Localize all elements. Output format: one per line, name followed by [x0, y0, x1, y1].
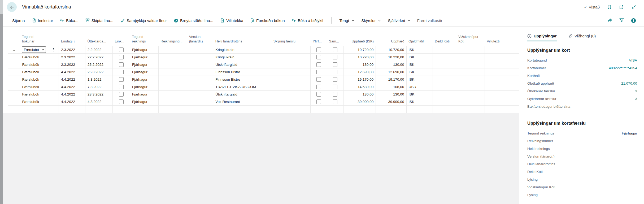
col-skyring-faerslu[interactable]: Skýring færslu	[271, 27, 311, 46]
checkbox-eink[interactable]	[119, 99, 124, 104]
row-marker-cell[interactable]: →	[8, 46, 20, 53]
grid-cell-reikn_tegund[interactable]: Fjárhagur	[130, 46, 159, 53]
grid-cell-vidskm[interactable]	[456, 53, 485, 61]
grid-cell[interactable]	[485, 105, 519, 113]
grid-cell[interactable]	[343, 105, 376, 113]
grid-cell[interactable]	[48, 76, 59, 83]
row-marker-cell[interactable]	[8, 105, 20, 113]
grid-cell-upphaed[interactable]: 108,00	[376, 83, 406, 90]
checkbox-eink[interactable]	[119, 92, 124, 97]
grid-cell-villutexti[interactable]	[485, 90, 519, 98]
grid-cell[interactable]	[20, 105, 48, 113]
grid-cell-villutexti[interactable]	[485, 46, 519, 53]
grid-cell-villutexti[interactable]	[485, 98, 519, 105]
share-icon[interactable]	[607, 18, 612, 23]
grid-cell-eindagi[interactable]: 2.3.2022	[59, 61, 85, 68]
checkbox-sam[interactable]	[333, 92, 337, 97]
checkbox-eink[interactable]	[119, 55, 124, 59]
col-uttektardagur[interactable]: Úttektarda...	[85, 27, 112, 46]
grid-cell-gjald[interactable]: USD	[406, 83, 433, 90]
checkbox-eink[interactable]	[119, 47, 124, 52]
toolbar-item-stjorna[interactable]: Stjórna	[12, 18, 25, 23]
grid-cell[interactable]	[327, 105, 343, 113]
grid-cell-reikn_tegund[interactable]: Fjárhagur	[130, 53, 159, 61]
row-marker-cell[interactable]	[8, 68, 20, 76]
toolbar-item-boka-a-bidlykil[interactable]: Bóka á biðlykil	[292, 18, 323, 23]
grid-cell-tegund[interactable]: Færslubók	[20, 83, 48, 90]
grid-cell-upphaed[interactable]: 39.900,00	[376, 98, 406, 105]
grid-cell-heiti[interactable]: Vox Restaurant	[213, 98, 271, 105]
grid-cell-tegund[interactable]: Færslubók	[20, 98, 48, 105]
info-icon[interactable]	[631, 18, 636, 23]
grid-cell-gjald[interactable]: ISK	[406, 90, 433, 98]
grid-cell-uttekt[interactable]: 2.2.2022	[85, 46, 112, 53]
checkbox-yfirf[interactable]	[316, 47, 321, 52]
checkbox-yfirf[interactable]	[316, 99, 321, 104]
toolbar-item-skipta-linu[interactable]: Skipta línu...	[85, 18, 114, 23]
grid-cell-reikn_tegund[interactable]: Fjárhagur	[130, 76, 159, 83]
col-eindagi[interactable]: Eindagi ↑	[59, 27, 85, 46]
field-value[interactable]: VISA	[629, 58, 637, 62]
grid-cell-deild[interactable]	[433, 83, 456, 90]
grid-cell-reikn_tegund[interactable]: Fjárhagur	[130, 98, 159, 105]
grid-cell-uttekt[interactable]: 4.3.2022	[85, 98, 112, 105]
grid-cell-isk[interactable]: 130,00	[343, 90, 376, 98]
grid-cell-deild[interactable]	[433, 76, 456, 83]
grid-cell[interactable]	[48, 61, 59, 68]
grid-cell-vidskm[interactable]	[456, 61, 485, 68]
grid-cell-isk[interactable]: 130,00	[343, 61, 376, 68]
grid-cell-skyring[interactable]	[271, 61, 311, 68]
grid-cell[interactable]	[85, 105, 112, 113]
col-yfirf[interactable]: Yfirf...	[311, 27, 327, 46]
toolbar-item-skyrslur[interactable]: Skýrslur	[361, 18, 381, 23]
checkbox-sam[interactable]	[333, 70, 337, 74]
grid-cell-upphaed[interactable]: 130,00	[376, 61, 406, 68]
col-verslun[interactable]: Verslun (lánardr.)	[187, 27, 213, 46]
checkbox-yfirf[interactable]	[316, 85, 321, 89]
grid-cell-uttekt[interactable]: 25.3.2022	[85, 68, 112, 76]
grid-cell-upphaed[interactable]: 12.690,00	[376, 68, 406, 76]
grid-cell[interactable]	[130, 105, 159, 113]
grid-cell-deild[interactable]	[433, 46, 456, 53]
grid-cell-isk[interactable]: 39.900,00	[343, 98, 376, 105]
grid-cell-verslun[interactable]	[187, 98, 213, 105]
grid-cell-eindagi[interactable]: 4.4.2022	[59, 83, 85, 90]
grid-cell-heiti[interactable]: Útskriftargjald	[213, 90, 271, 98]
col-heiti-lanardrottins[interactable]: Heiti lánardrottins ↑	[213, 27, 271, 46]
grid-cell[interactable]	[456, 105, 485, 113]
checkbox-yfirf[interactable]	[316, 77, 321, 82]
grid-cell-verslun[interactable]	[187, 68, 213, 76]
checkbox-eink[interactable]	[119, 77, 124, 82]
col-deild-koti[interactable]: Deild Kóti	[433, 27, 456, 46]
grid-cell-eindagi[interactable]: 4.4.2022	[59, 68, 85, 76]
grid-cell-reikn_tegund[interactable]: Fjárhagur	[130, 61, 159, 68]
grid-cell-vidskm[interactable]	[456, 76, 485, 83]
checkbox-sam[interactable]	[333, 85, 337, 89]
row-marker-cell[interactable]	[8, 83, 20, 90]
grid-cell-villutexti[interactable]	[485, 53, 519, 61]
grid-cell-heiti[interactable]: Finnsson Bistro	[213, 68, 271, 76]
grid-cell-eindagi[interactable]: 4.4.2022	[59, 98, 85, 105]
grid-cell-skyring[interactable]	[271, 76, 311, 83]
grid-cell[interactable]	[271, 105, 311, 113]
grid-cell-tegund[interactable]: Færslubók	[20, 76, 48, 83]
grid-cell-reiknnr[interactable]	[158, 46, 187, 53]
grid-cell-verslun[interactable]	[187, 83, 213, 90]
toolbar-item-breyta-stodu-linu[interactable]: Breyta stöðu línu...	[174, 18, 213, 23]
grid-cell-reikn_tegund[interactable]: Fjárhagur	[130, 83, 159, 90]
grid-cell-vidskm[interactable]	[456, 98, 485, 105]
toolbar-item-boka[interactable]: Bóka...	[60, 18, 79, 23]
toolbar-item-villutekka[interactable]: Villutékka	[220, 18, 243, 23]
col-ellipsis[interactable]	[48, 27, 59, 46]
grid-cell-skyring[interactable]	[271, 68, 311, 76]
grid-cell-gjald[interactable]: ISK	[406, 53, 433, 61]
tegund-bokunar-dropdown[interactable]: Færslubó	[22, 46, 46, 53]
grid-cell-verslun[interactable]	[187, 90, 213, 98]
grid-cell-heiti[interactable]: Finnsson Bistro	[213, 76, 271, 83]
toolbar-item-innlestur[interactable]: Innlestur	[32, 18, 53, 23]
grid-cell-reiknnr[interactable]	[158, 53, 187, 61]
grid-cell-isk[interactable]: 14.530,00	[343, 83, 376, 90]
col-reikningsnumer[interactable]: Reikningsnú...	[158, 27, 187, 46]
col-upphaed[interactable]: Upphæð	[376, 27, 406, 46]
grid-cell-uttekt[interactable]: 7.3.2022	[85, 83, 112, 90]
